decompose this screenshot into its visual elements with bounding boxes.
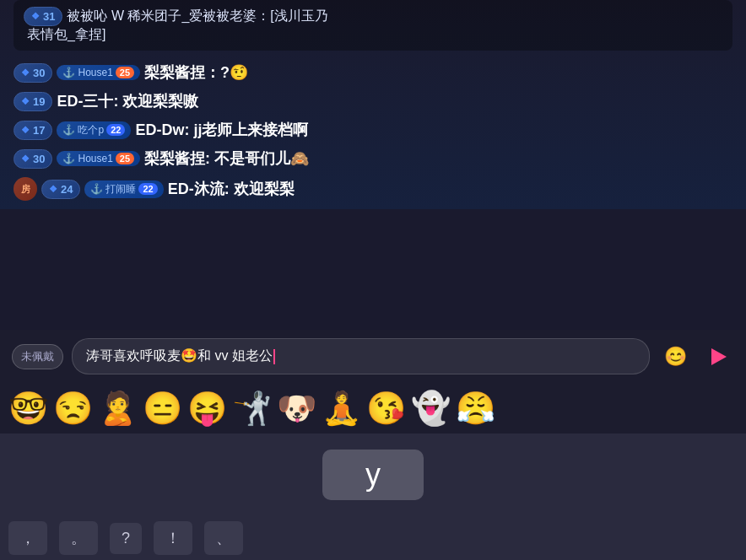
user-tag-5: ⚓ 打闹睡 22 <box>84 180 163 198</box>
keyboard-y-area: y <box>0 433 746 516</box>
anchor-icon-5: ⚓ <box>90 183 103 195</box>
room-badge-5: 房 <box>14 177 37 201</box>
rank-arrow-1: ❖ <box>21 67 30 78</box>
level-1: 25 <box>116 67 134 78</box>
send-button[interactable] <box>700 340 734 374</box>
rank-arrow-2: ❖ <box>21 96 30 107</box>
punct-key-0[interactable]: ， <box>8 521 47 555</box>
input-text: 涛哥喜欢呼吸麦🤩和 vv 姐老公 <box>86 347 273 365</box>
keyboard-area: y ， 。 ? ！ 、 <box>0 433 746 560</box>
message-1: 梨梨酱捏：?🤨 <box>144 62 248 83</box>
rank-arrow-3: ❖ <box>21 125 30 136</box>
level-4: 25 <box>116 153 134 164</box>
emoji-item-0[interactable]: 🤓 <box>8 390 48 427</box>
anchor-icon-4: ⚓ <box>62 153 75 164</box>
message-3: ED-Dw: jj老师上来接档啊 <box>135 120 308 140</box>
emoji-item-7[interactable]: 🧘 <box>322 390 361 427</box>
anchor-icon-3: ⚓ <box>62 124 75 136</box>
emoji-item-6[interactable]: 🐶 <box>277 390 316 427</box>
rank-badge-5: ❖ 24 <box>41 180 80 199</box>
emoji-row: 🤓 😒 🙎 😑 😝 🤺 🐶 🧘 😘 👻 😤 <box>0 383 746 433</box>
anchor-user-3: 吃个p <box>78 123 104 137</box>
rank-num-5: 24 <box>61 183 73 196</box>
rank-num-4: 30 <box>33 153 45 165</box>
user-tag-1: ⚓ House1 25 <box>57 65 140 80</box>
punct-key-3[interactable]: ！ <box>154 521 192 555</box>
rank-badge-2: ❖ 19 <box>14 92 52 111</box>
rank-num-3: 17 <box>33 124 45 137</box>
level-3: 22 <box>106 124 125 136</box>
rank-num-top: 31 <box>43 10 55 23</box>
emoji-item-8[interactable]: 😘 <box>366 390 406 427</box>
chat-row-1: ❖ 30 ⚓ House1 25 梨梨酱捏：?🤨 <box>14 62 732 83</box>
username-1: House1 <box>78 67 112 78</box>
message-5: ED-沐流: 欢迎梨梨 <box>168 179 295 199</box>
rank-badge-4: ❖ 30 <box>14 149 52 169</box>
message-4: 梨梨酱捏: 不是哥们儿🙈 <box>144 148 309 169</box>
emoji-item-4[interactable]: 😝 <box>187 390 227 427</box>
chat-row-3: ❖ 17 ⚓ 吃个p 22 ED-Dw: jj老师上来接档啊 <box>14 120 732 140</box>
y-key[interactable]: y <box>322 450 424 500</box>
rank-badge-3: ❖ 17 <box>14 121 52 140</box>
text-input[interactable]: 涛哥喜欢呼吸麦🤩和 vv 姐老公 <box>72 338 650 374</box>
rank-arrow-5: ❖ <box>49 184 57 195</box>
top-message-text: 被被吣 W 稀米团子_爱被被老婆：[浅川玉乃 <box>67 8 327 25</box>
chat-area: ❖ 31 被被吣 W 稀米团子_爱被被老婆：[浅川玉乃 表情包_拿捏] ❖ 30… <box>0 0 746 209</box>
rank-num-1: 30 <box>33 67 45 79</box>
chat-row-5: 房 ❖ 24 ⚓ 打闹睡 22 ED-沐流: 欢迎梨梨 <box>14 177 732 201</box>
rank-num-2: 19 <box>33 95 45 108</box>
emoji-item-5[interactable]: 🤺 <box>232 390 272 427</box>
username-4: House1 <box>78 153 112 164</box>
emoji-item-9[interactable]: 👻 <box>411 390 451 427</box>
text-cursor <box>273 349 275 364</box>
user-tag-3: ⚓ 吃个p 22 <box>57 121 131 139</box>
emoji-item-3[interactable]: 😑 <box>143 390 182 427</box>
chat-row-4: ❖ 30 ⚓ House1 25 梨梨酱捏: 不是哥们儿🙈 <box>14 148 732 169</box>
rank-badge-1: ❖ 30 <box>14 63 52 83</box>
level-5: 22 <box>138 183 157 195</box>
user-tag-4: ⚓ House1 25 <box>57 151 140 166</box>
rank-arrow: ❖ <box>31 11 40 22</box>
punct-key-2[interactable]: ? <box>110 523 142 554</box>
emoji-button[interactable]: 😊 <box>658 340 692 374</box>
no-badge[interactable]: 未佩戴 <box>12 344 63 369</box>
rank-arrow-4: ❖ <box>21 153 30 164</box>
keyboard-bottom-row: ， 。 ? ！ 、 <box>0 516 746 560</box>
emoji-item-10[interactable]: 😤 <box>456 390 495 427</box>
message-2: ED-三十: 欢迎梨梨嗷 <box>57 91 198 111</box>
anchor-icon-1: ⚓ <box>62 67 75 78</box>
input-area: 未佩戴 涛哥喜欢呼吸麦🤩和 vv 姐老公 😊 <box>0 330 746 383</box>
send-icon <box>711 348 727 365</box>
punct-key-4[interactable]: 、 <box>204 521 243 555</box>
top-message: ❖ 31 被被吣 W 稀米团子_爱被被老婆：[浅川玉乃 表情包_拿捏] <box>14 0 732 51</box>
emoji-item-2[interactable]: 🙎 <box>98 390 138 427</box>
rank-badge-top: ❖ 31 <box>24 7 62 26</box>
anchor-user-5: 打闹睡 <box>105 182 136 197</box>
emoji-item-1[interactable]: 😒 <box>53 390 93 427</box>
punct-key-1[interactable]: 。 <box>59 521 98 555</box>
chat-row-2: ❖ 19 ED-三十: 欢迎梨梨嗷 <box>14 91 732 111</box>
top-message-text2: 表情包_拿捏] <box>24 26 722 44</box>
